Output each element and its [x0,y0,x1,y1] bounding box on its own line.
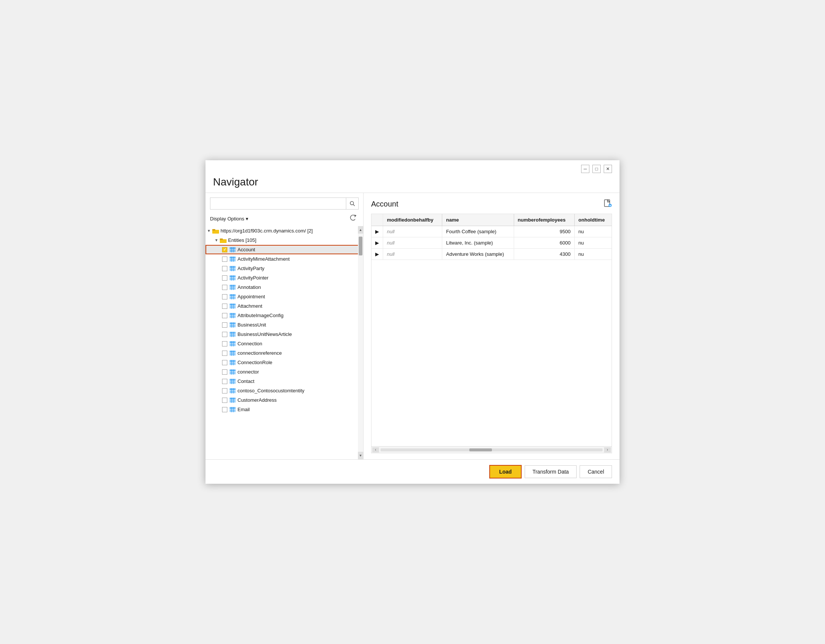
scroll-down-button[interactable]: ▼ [358,452,363,459]
cell-modifiedonbehalfby-1: null [383,226,442,237]
entity-item-businessunit[interactable]: BusinessUnit [205,320,363,330]
checkbox-contosocustom[interactable] [222,388,227,393]
search-area [205,193,363,213]
scroll-up-button[interactable]: ▲ [358,226,363,234]
svg-rect-8 [230,247,236,249]
entity-item-appointment[interactable]: Appointment [205,292,363,301]
svg-rect-50 [230,304,236,305]
entity-label-contact: Contact [238,378,255,384]
checkbox-businessunit[interactable] [222,322,227,328]
table-row: ▶ null Adventure Works (sample) 4300 nu [371,249,612,260]
svg-rect-6 [220,239,223,240]
checkbox-annotation[interactable] [222,285,227,290]
checkbox-account[interactable] [222,247,227,253]
maximize-button[interactable]: □ [592,165,601,173]
svg-rect-15 [230,257,236,258]
checkbox-activitymimeattachment[interactable] [222,257,227,262]
table-icon-connectionrole [230,360,236,365]
load-button[interactable]: Load [489,465,521,479]
entity-label-activitypointer: ActivityPointer [238,275,268,280]
col-header-numberofemployees: numberofemployees [514,214,574,226]
table-icon-businessunit [230,322,236,328]
entity-item-connection[interactable]: Connection [205,339,363,348]
folder-icon [212,228,219,234]
transform-data-button[interactable]: Transform Data [525,465,577,478]
entity-label-appointment: Appointment [238,294,265,299]
root-folder-icon [212,228,219,234]
checkbox-activityparty[interactable] [222,266,227,271]
table-icon-activityparty [230,266,236,271]
search-button[interactable] [346,197,359,210]
checkbox-connectionrole[interactable] [222,360,227,365]
checkbox-email[interactable] [222,407,227,412]
checkbox-connection[interactable] [222,341,227,347]
main-content: Display Options ▾ ▼ [205,193,620,459]
table-row: ▶ null Fourth Coffee (sample) 9500 nu [371,226,612,237]
entity-label-customeraddress: CustomerAddress [238,397,277,403]
tree-toggle-root: ▼ [207,229,212,233]
svg-rect-113 [230,388,236,390]
entity-item-contosocustom[interactable]: contoso_Contosocustomtentity [205,386,363,395]
svg-rect-85 [230,351,236,352]
svg-rect-99 [230,370,236,371]
page-title: Navigator [205,176,620,193]
entity-label-attachment: Attachment [238,303,262,309]
checkbox-customeraddress[interactable] [222,397,227,403]
scroll-left-button[interactable]: ‹ [372,447,379,453]
entity-label-annotation: Annotation [238,284,261,290]
tree-root-item[interactable]: ▼ https://org1d1f903c.crm.dynamics.com/ … [205,226,363,236]
data-table-wrapper: modifiedonbehalfby name numberofemployee… [371,214,612,453]
entity-item-account[interactable]: Account [205,245,363,254]
table-icon-contosocustom [230,388,236,393]
entity-item-annotation[interactable]: Annotation [205,282,363,292]
svg-rect-64 [230,322,236,324]
entity-item-businessunitnewsarticle[interactable]: BusinessUnitNewsArticle [205,330,363,339]
checkbox-connectionreference[interactable] [222,351,227,356]
col-indicator [371,214,383,226]
entity-item-activityparty[interactable]: ActivityParty [205,264,363,273]
table-icon-attachment [230,304,236,309]
entity-item-attributeimageconfig[interactable]: AttributeImageConfig [205,311,363,320]
entity-item-connectionreference[interactable]: connectionreference [205,348,363,358]
export-icon[interactable] [604,199,612,209]
entity-item-activitymimeattachment[interactable]: ActivityMimeAttachment [205,254,363,264]
minimize-button[interactable]: ─ [581,165,589,173]
checkbox-appointment[interactable] [222,294,227,299]
table-icon-attributeimageconfig [230,313,236,318]
entity-item-connectionrole[interactable]: ConnectionRole [205,358,363,367]
checkbox-attachment[interactable] [222,304,227,309]
svg-rect-22 [230,266,236,268]
checkbox-contact[interactable] [222,379,227,384]
col-header-modifiedonbehalfby: modifiedonbehalfby [383,214,442,226]
cell-employees-2: 6000 [514,237,574,249]
search-input[interactable] [210,197,346,210]
display-options-button[interactable]: Display Options ▾ [210,216,249,222]
table-icon-email [230,407,236,412]
table-icon-connectionreference [230,351,236,356]
table-header-row: modifiedonbehalfby name numberofemployee… [371,214,612,226]
entities-node[interactable]: ▼ Entities [105] [205,236,363,245]
checkbox-businessunitnewsarticle[interactable] [222,332,227,337]
entity-item-connector[interactable]: connector [205,367,363,376]
entity-item-customeraddress[interactable]: CustomerAddress [205,395,363,405]
title-bar: ─ □ ✕ [205,160,620,176]
entity-item-attachment[interactable]: Attachment [205,301,363,311]
refresh-button[interactable] [348,214,359,223]
entity-item-email[interactable]: Email [205,405,363,414]
right-panel-title: Account [371,200,398,208]
tree-area: ▼ https://org1d1f903c.crm.dynamics.com/ … [205,226,363,459]
horizontal-scrollbar: ‹ › [371,446,612,453]
entity-item-contact[interactable]: Contact [205,376,363,386]
svg-rect-120 [230,397,236,399]
close-button[interactable]: ✕ [604,165,612,173]
scroll-thumb-h[interactable] [469,448,492,451]
table-row: ▶ null Litware, Inc. (sample) 6000 nu [371,237,612,249]
cancel-button[interactable]: Cancel [579,465,612,478]
checkbox-attributeimageconfig[interactable] [222,313,227,318]
entity-item-activitypointer[interactable]: ActivityPointer [205,273,363,282]
checkbox-activitypointer[interactable] [222,275,227,280]
scroll-right-button[interactable]: › [604,447,611,453]
scroll-thumb[interactable] [359,237,362,256]
svg-rect-2 [355,217,357,220]
checkbox-connector[interactable] [222,370,227,375]
